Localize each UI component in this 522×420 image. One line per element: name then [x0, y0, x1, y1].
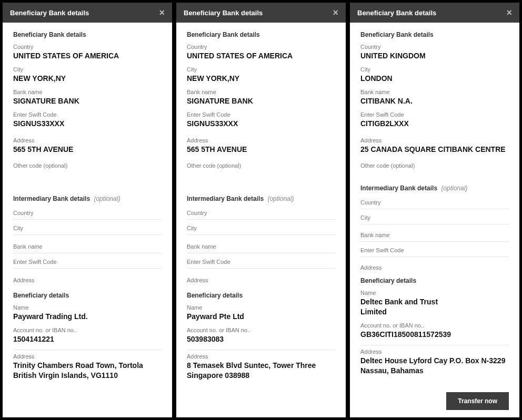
label-other-code: Other code (optional) [13, 162, 162, 169]
field-ben-address: Address Deltec House Lyford Cay P.O. Box… [360, 349, 509, 376]
value-address: 565 5TH AVENUE [13, 145, 162, 155]
close-icon[interactable]: × [506, 8, 512, 17]
intermediary-swift-input[interactable]: Enter Swift Code [187, 257, 335, 269]
panel-1: Beneficiary Bank details × Beneficiary B… [2, 2, 173, 418]
panel-header: Beneficiary Bank details × [3, 3, 172, 23]
field-swift: Enter Swift Code CITIGB2LXXX [360, 111, 509, 129]
transfer-now-button[interactable]: Transfer now [446, 392, 509, 410]
field-address: Address 565 5TH AVENUE [187, 137, 335, 155]
label-swift: Enter Swift Code [13, 111, 162, 118]
section-bank-title: Beneficiary Bank details [187, 31, 335, 38]
value-city: NEW YORK,NY [13, 74, 162, 84]
intermediary-city-input[interactable]: City [187, 223, 335, 235]
label-bank-name: Bank name [187, 89, 335, 95]
field-bank-name: Bank name SIGNATURE BANK [13, 89, 162, 106]
value-ben-account: 503983083 [187, 334, 335, 344]
label-swift: Enter Swift Code [187, 111, 335, 118]
optional-label: (optional) [267, 195, 294, 202]
label-ben-account: Account no. or IBAN no.. [360, 322, 509, 329]
intermediary-country-input[interactable]: Country [187, 208, 335, 220]
field-city: City NEW YORK,NY [187, 66, 335, 84]
intermediary-city-input[interactable]: City [360, 212, 509, 224]
section-bank-title: Beneficiary Bank details [360, 31, 509, 38]
label-city: City [187, 66, 335, 73]
field-address: Address 565 5TH AVENUE [13, 137, 162, 155]
intermediary-address-input[interactable]: Address [13, 275, 162, 286]
section-bank-title: Beneficiary Bank details [13, 31, 162, 38]
section-beneficiary-title: Beneficiary details [13, 292, 162, 299]
value-bank-name: SIGNATURE BANK [13, 96, 162, 106]
value-bank-name: SIGNATURE BANK [187, 96, 335, 106]
label-country: Country [13, 44, 162, 50]
value-ben-account: 1504141221 [13, 334, 162, 344]
panel-3: Beneficiary Bank details × Beneficiary B… [349, 2, 520, 418]
optional-label: (optional) [94, 195, 120, 202]
value-address: 565 5TH AVENUE [187, 145, 335, 155]
intermediary-city-input[interactable]: City [13, 223, 162, 235]
label-country: Country [360, 44, 509, 50]
panel-body: Beneficiary Bank details Country UNITED … [350, 23, 519, 388]
panel-header: Beneficiary Bank details × [176, 3, 346, 23]
field-country: Country UNITED STATES OF AMERICA [13, 44, 162, 61]
value-bank-name: CITIBANK N.A. [360, 96, 509, 106]
close-icon[interactable]: × [159, 8, 165, 17]
label-ben-name: Name [187, 304, 335, 311]
section-beneficiary-title: Beneficiary details [187, 292, 335, 299]
intermediary-swift-input[interactable]: Enter Swift Code [360, 245, 509, 257]
panel-title: Beneficiary Bank details [184, 9, 263, 17]
label-other-code: Other code (optional) [360, 162, 509, 169]
value-ben-account: GB36CITI18500811572539 [360, 330, 509, 340]
label-other-code: Other code (optional) [187, 162, 335, 169]
label-address: Address [187, 137, 335, 144]
field-ben-address: Address 8 Temasek Blvd Suntec, Tower Thr… [187, 353, 335, 381]
value-ben-name: Deltec Bank and Trust Limited [360, 297, 455, 317]
field-city: City NEW YORK,NY [13, 66, 162, 84]
intermediary-country-input[interactable]: Country [13, 208, 162, 220]
field-country: Country UNITED STATES OF AMERICA [187, 44, 335, 61]
intermediary-bank-name-input[interactable]: Bank name [360, 230, 509, 242]
panel-body: Beneficiary Bank details Country UNITED … [3, 23, 172, 417]
field-ben-name: Name Payward Trading Ltd. [13, 304, 162, 322]
value-ben-name: Payward Trading Ltd. [13, 312, 162, 322]
label-address: Address [13, 137, 162, 144]
field-bank-name: Bank name SIGNATURE BANK [187, 89, 335, 106]
section-intermediary-title: Intermediary Bank details (optional) [187, 195, 335, 202]
value-swift: CITIGB2LXXX [360, 119, 509, 129]
intermediary-address-input[interactable]: Address [360, 262, 509, 274]
section-intermediary-title: Intermediary Bank details (optional) [360, 185, 509, 192]
field-city: City LONDON [360, 66, 509, 84]
value-country: UNITED STATES OF AMERICA [13, 51, 162, 61]
value-ben-address: Trinity Chambers Road Town, Tortola Brit… [13, 361, 162, 381]
value-swift: SIGNUS33XXX [13, 119, 162, 129]
field-country: Country UNITED KINGDOM [360, 44, 509, 61]
section-intermediary-title: Intermediary Bank details (optional) [13, 195, 162, 202]
field-ben-account: Account no. or IBAN no.. GB36CITI1850081… [360, 322, 509, 340]
label-ben-account: Account no. or IBAN no.. [187, 327, 335, 333]
panel-title: Beneficiary Bank details [357, 9, 436, 17]
value-ben-address: 8 Temasek Blvd Suntec, Tower Three Singa… [187, 361, 335, 381]
label-bank-name: Bank name [13, 89, 162, 95]
value-ben-address: Deltec House Lyford Cay P.O. Box N-3229 … [360, 356, 509, 376]
label-city: City [13, 66, 162, 73]
label-ben-address: Address [13, 353, 162, 360]
intermediary-country-input[interactable]: Country [360, 197, 509, 209]
panel-header: Beneficiary Bank details × [350, 3, 519, 23]
intermediary-label: Intermediary Bank details [187, 195, 264, 202]
field-other-code: Other code (optional) [360, 162, 509, 169]
label-bank-name: Bank name [360, 89, 509, 95]
close-icon[interactable]: × [333, 8, 338, 17]
intermediary-bank-name-input[interactable]: Bank name [13, 241, 162, 253]
field-other-code: Other code (optional) [13, 162, 162, 169]
intermediary-bank-name-input[interactable]: Bank name [187, 241, 335, 253]
intermediary-swift-input[interactable]: Enter Swift Code [13, 257, 162, 269]
panel-title: Beneficiary Bank details [10, 9, 89, 17]
value-address: 25 CANADA SQUARE CITIBANK CENTRE [360, 145, 509, 155]
intermediary-label: Intermediary Bank details [360, 185, 437, 192]
label-ben-address: Address [360, 349, 509, 355]
label-ben-name: Name [13, 304, 162, 311]
label-swift: Enter Swift Code [360, 111, 509, 118]
field-ben-account: Account no. or IBAN no.. 1504141221 [13, 327, 162, 344]
value-city: LONDON [360, 74, 509, 84]
label-country: Country [187, 44, 335, 50]
intermediary-address-input[interactable]: Address [187, 275, 335, 286]
